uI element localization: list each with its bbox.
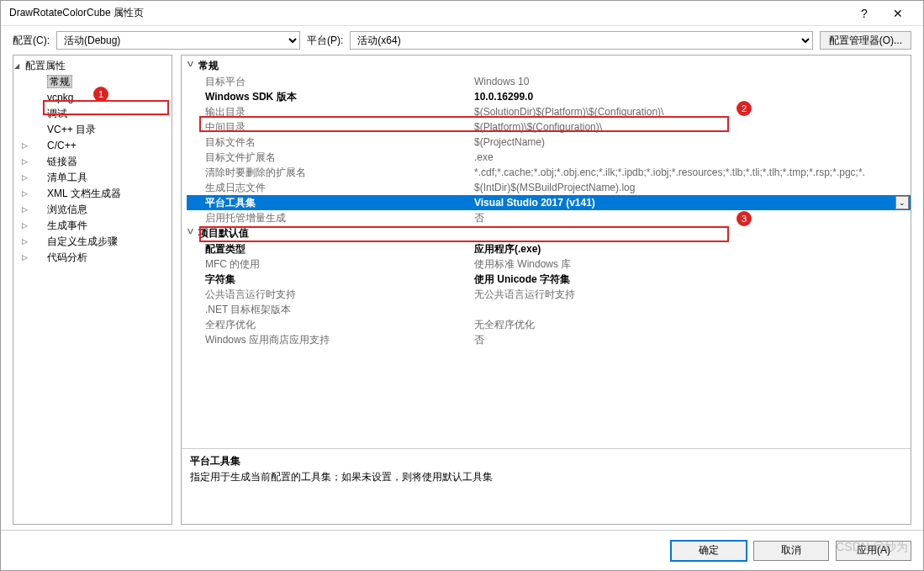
property-row[interactable]: 生成日志文件$(IntDir)$(MSBuildProjectName).log (187, 180, 911, 195)
property-row[interactable]: 目标文件名$(ProjectName) (187, 135, 911, 150)
description-text: 指定用于生成当前配置的工具集；如果未设置，则将使用默认工具集 (190, 470, 902, 484)
property-row[interactable]: .NET 目标框架版本 (187, 302, 911, 317)
property-value[interactable]: Visual Studio 2017 (v141) (474, 197, 911, 209)
tree-item[interactable]: 生成事件 (13, 218, 172, 234)
property-grid: 常规目标平台Windows 10Windows SDK 版本10.0.16299… (181, 55, 911, 525)
property-value[interactable]: 无公共语言运行时支持 (474, 288, 911, 302)
description-title: 平台工具集 (190, 454, 902, 468)
property-value[interactable]: $(SolutionDir)$(Platform)\$(Configuratio… (474, 106, 911, 118)
property-value[interactable]: 使用 Unicode 字符集 (474, 272, 911, 287)
category-tree[interactable]: 配置属性常规vcpkg调试VC++ 目录C/C++链接器清单工具XML 文档生成… (13, 55, 172, 525)
property-row[interactable]: 公共语言运行时支持无公共语言运行时支持 (187, 287, 911, 302)
property-name: 全程序优化 (205, 318, 474, 332)
property-name: 启用托管增量生成 (205, 211, 474, 225)
property-value[interactable]: 10.0.16299.0 (474, 91, 911, 103)
property-row[interactable]: 清除时要删除的扩展名*.cdf;*.cache;*.obj;*.obj.enc;… (187, 165, 911, 180)
property-name: 目标文件名 (205, 135, 474, 150)
group-header[interactable]: 常规 (187, 58, 911, 74)
property-name: 平台工具集 (205, 196, 474, 210)
property-value[interactable]: $(Platform)\$(Configuration)\ (474, 121, 911, 133)
property-value[interactable]: .exe (474, 151, 911, 163)
property-name: .NET 目标框架版本 (205, 303, 474, 317)
dropdown-icon[interactable]: ⌄ (895, 196, 909, 209)
property-value[interactable]: $(ProjectName) (474, 136, 911, 148)
tree-item[interactable]: 调试 (13, 106, 172, 122)
grid-body[interactable]: 常规目标平台Windows 10Windows SDK 版本10.0.16299… (182, 56, 911, 448)
property-row[interactable]: 启用托管增量生成否 (187, 210, 911, 225)
property-name: 目标平台 (205, 75, 474, 89)
property-row[interactable]: 中间目录$(Platform)\$(Configuration)\ (187, 119, 911, 135)
config-label: 配置(C): (13, 34, 50, 48)
property-name: 清除时要删除的扩展名 (205, 166, 474, 180)
help-button[interactable]: ? (847, 7, 881, 20)
property-row[interactable]: 字符集使用 Unicode 字符集 (187, 272, 911, 287)
cancel-button[interactable]: 取消 (753, 541, 829, 561)
tree-item[interactable]: VC++ 目录 (13, 122, 172, 138)
description-panel: 平台工具集 指定用于生成当前配置的工具集；如果未设置，则将使用默认工具集 (182, 448, 911, 524)
property-value[interactable]: 否 (474, 211, 911, 225)
property-row[interactable]: 目标平台Windows 10 (187, 74, 911, 89)
property-row[interactable]: 输出目录$(SolutionDir)$(Platform)\$(Configur… (187, 104, 911, 119)
tree-item[interactable]: C/C++ (13, 138, 172, 154)
property-value[interactable]: *.cdf;*.cache;*.obj;*.obj.enc;*.ilk;*.ip… (474, 167, 911, 178)
property-value[interactable]: 无全程序优化 (474, 318, 911, 332)
tree-item[interactable]: 浏览信息 (13, 202, 172, 218)
ok-button[interactable]: 确定 (671, 541, 747, 561)
close-button[interactable]: ✕ (881, 7, 915, 20)
config-manager-button[interactable]: 配置管理器(O)... (820, 31, 911, 50)
apply-button[interactable]: 应用(A) (836, 541, 911, 561)
property-name: MFC 的使用 (205, 257, 474, 272)
property-name: 输出目录 (205, 105, 474, 119)
property-row[interactable]: 平台工具集Visual Studio 2017 (v141)⌄ (187, 195, 911, 210)
dialog-footer: 确定 取消 应用(A) (1, 530, 923, 570)
tree-item[interactable]: vcpkg (13, 90, 172, 106)
property-name: 中间目录 (205, 120, 474, 135)
property-row[interactable]: Windows 应用商店应用支持否 (187, 332, 911, 347)
property-name: 生成日志文件 (205, 181, 474, 195)
tree-item[interactable]: 清单工具 (13, 170, 172, 186)
platform-select[interactable]: 活动(x64) (350, 31, 812, 50)
platform-label: 平台(P): (307, 34, 343, 48)
tree-item[interactable]: 自定义生成步骤 (13, 234, 172, 250)
tree-item[interactable]: XML 文档生成器 (13, 186, 172, 202)
tree-item[interactable]: 常规 (13, 74, 172, 90)
property-value[interactable]: Windows 10 (474, 76, 911, 87)
property-name: Windows 应用商店应用支持 (205, 333, 474, 347)
property-row[interactable]: 全程序优化无全程序优化 (187, 317, 911, 332)
property-name: 公共语言运行时支持 (205, 288, 474, 302)
property-row[interactable]: Windows SDK 版本10.0.16299.0 (187, 89, 911, 104)
tree-item[interactable]: 代码分析 (13, 250, 172, 266)
config-bar: 配置(C): 活动(Debug) 平台(P): 活动(x64) 配置管理器(O)… (1, 26, 923, 55)
property-value[interactable]: $(IntDir)$(MSBuildProjectName).log (474, 182, 911, 193)
config-select[interactable]: 活动(Debug) (56, 31, 300, 50)
property-value[interactable]: 使用标准 Windows 库 (474, 257, 911, 272)
tree-item[interactable]: 链接器 (13, 154, 172, 170)
property-name: 配置类型 (205, 242, 474, 256)
tree-root[interactable]: 配置属性 (13, 58, 172, 74)
property-value[interactable]: 否 (474, 333, 911, 347)
property-name: 目标文件扩展名 (205, 151, 474, 165)
property-name: 字符集 (205, 272, 474, 287)
window-title: DrawRotateColorCube 属性页 (9, 6, 847, 20)
property-row[interactable]: 目标文件扩展名.exe (187, 150, 911, 165)
property-value[interactable]: 应用程序(.exe) (474, 242, 911, 256)
title-bar: DrawRotateColorCube 属性页 ? ✕ (1, 1, 923, 26)
group-header[interactable]: 项目默认值 (187, 225, 911, 241)
property-row[interactable]: MFC 的使用使用标准 Windows 库 (187, 256, 911, 272)
property-row[interactable]: 配置类型应用程序(.exe) (187, 241, 911, 256)
property-name: Windows SDK 版本 (205, 90, 474, 104)
